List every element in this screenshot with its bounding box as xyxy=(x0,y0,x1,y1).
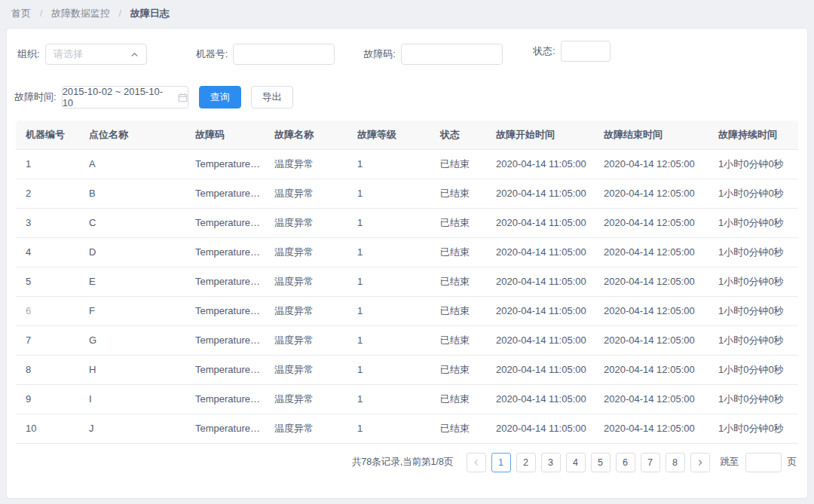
table-cell: I xyxy=(79,384,185,414)
table-cell: 2020-04-14 11:05:00 xyxy=(486,267,594,296)
table-cell: 1 xyxy=(347,384,430,414)
page-button-2[interactable]: 2 xyxy=(516,453,536,472)
table-row: 7GTemperatureAlarm温度异常1已结束2020-04-14 11:… xyxy=(16,325,798,355)
fault-code-filter-group: 故障码: xyxy=(363,44,503,65)
table-cell: 1 xyxy=(347,414,430,443)
status-filter-group: 状态: xyxy=(533,41,610,62)
table-cell: 2020-04-14 11:05:00 xyxy=(486,384,594,414)
table-row: 9ITemperatureAlarm温度异常1已结束2020-04-14 11:… xyxy=(16,384,798,414)
page-button-6[interactable]: 6 xyxy=(616,453,635,472)
filter-row-2: 故障时间: 2015-10-02 ~ 2015-10-10 查询 导出 xyxy=(7,65,807,108)
org-filter-group: 组织: 请选择 xyxy=(17,44,147,65)
table-row: 8HTemperatureAlarm温度异常1已结束2020-04-14 11:… xyxy=(16,355,798,384)
jump-to-label: 跳至 xyxy=(721,456,739,469)
table-cell: 已结束 xyxy=(430,179,486,208)
table-cell: 2020-04-14 12:05:00 xyxy=(594,414,708,443)
breadcrumb-item-home[interactable]: 首页 xyxy=(11,8,31,19)
column-header-6: 故障开始时间 xyxy=(486,121,594,149)
table-cell: 2020-04-14 11:05:00 xyxy=(486,208,594,237)
column-header-8: 故障持续时间 xyxy=(708,121,798,149)
table-row: 2BTemperatureAlarm温度异常1已结束2020-04-14 11:… xyxy=(16,179,798,208)
jump-page-suffix: 页 xyxy=(788,456,797,469)
table-cell: 1 xyxy=(347,237,430,267)
table-cell: TemperatureAlarm xyxy=(185,149,265,179)
export-button[interactable]: 导出 xyxy=(251,86,293,108)
table-cell: 已结束 xyxy=(430,267,486,296)
table-header-row: 机器编号点位名称故障码故障名称故障等级状态故障开始时间故障结束时间故障持续时间 xyxy=(16,121,798,149)
table-cell: 1 xyxy=(347,179,430,208)
table-cell: 已结束 xyxy=(430,149,486,179)
column-header-0: 机器编号 xyxy=(16,121,79,149)
org-label: 组织: xyxy=(17,47,40,61)
table-cell: 2020-04-14 11:05:00 xyxy=(486,325,594,355)
page-button-3[interactable]: 3 xyxy=(541,453,561,472)
fault-log-table: 机器编号点位名称故障码故障名称故障等级状态故障开始时间故障结束时间故障持续时间 … xyxy=(16,121,798,444)
table-cell: C xyxy=(79,208,185,237)
breadcrumb-separator: / xyxy=(119,8,122,19)
status-input[interactable] xyxy=(561,41,610,62)
jump-page-input[interactable] xyxy=(745,453,782,472)
table-cell: 已结束 xyxy=(430,296,486,325)
page-button-8[interactable]: 8 xyxy=(666,453,685,472)
table-row: 4DTemperatureAlarm温度异常1已结束2020-04-14 11:… xyxy=(16,237,798,267)
breadcrumb: 首页 / 故障数据监控 / 故障日志 xyxy=(0,0,814,20)
table-cell: 7 xyxy=(16,325,79,355)
breadcrumb-item-fault-log: 故障日志 xyxy=(130,8,170,19)
column-header-3: 故障名称 xyxy=(265,121,347,149)
table-cell: 温度异常 xyxy=(265,384,347,414)
table-cell: 1小时0分钟0秒 xyxy=(708,267,798,296)
page-button-5[interactable]: 5 xyxy=(591,453,610,472)
table-cell: 1小时0分钟0秒 xyxy=(708,296,798,325)
table-cell: 2020-04-14 12:05:00 xyxy=(594,179,708,208)
machine-no-filter-group: 机器号: xyxy=(196,44,335,65)
query-button[interactable]: 查询 xyxy=(199,86,241,108)
pagination: 共78条记录,当前第1/8页 12345678 跳至 页 xyxy=(7,453,797,472)
chevron-left-icon xyxy=(473,459,480,466)
fault-time-range-input[interactable]: 2015-10-02 ~ 2015-10-10 xyxy=(62,86,188,108)
table-cell: 已结束 xyxy=(430,355,486,384)
table-cell: 2020-04-14 11:05:00 xyxy=(486,179,594,208)
table-cell: TemperatureAlarm xyxy=(185,208,265,237)
org-select[interactable]: 请选择 xyxy=(45,44,147,65)
table-cell: 温度异常 xyxy=(265,208,347,237)
next-page-button[interactable] xyxy=(690,453,710,472)
table-cell: 1小时0分钟0秒 xyxy=(708,384,798,414)
table-cell: 2020-04-14 12:05:00 xyxy=(594,355,708,384)
table-cell: 1小时0分钟0秒 xyxy=(708,355,798,384)
table-cell: 温度异常 xyxy=(265,179,347,208)
fault-code-input[interactable] xyxy=(401,44,503,65)
table-cell: 温度异常 xyxy=(265,325,347,355)
table-cell: 已结束 xyxy=(430,384,486,414)
table-cell: 2020-04-14 12:05:00 xyxy=(594,149,708,179)
chevron-right-icon xyxy=(696,459,704,466)
table-cell: 1小时0分钟0秒 xyxy=(708,325,798,355)
org-select-placeholder: 请选择 xyxy=(54,47,83,61)
breadcrumb-item-fault-monitor[interactable]: 故障数据监控 xyxy=(51,8,110,19)
table-cell: TemperatureAlarm xyxy=(185,414,265,443)
table-cell: 2 xyxy=(16,179,79,208)
page-button-1[interactable]: 1 xyxy=(491,453,511,472)
fault-code-label: 故障码: xyxy=(363,47,396,61)
table-cell: 1小时0分钟0秒 xyxy=(708,179,798,208)
table-cell: 1小时0分钟0秒 xyxy=(708,208,798,237)
table-row: 5ETemperatureAlarm温度异常1已结束2020-04-14 11:… xyxy=(16,267,798,296)
column-header-4: 故障等级 xyxy=(347,121,430,149)
table-cell: 1 xyxy=(347,208,430,237)
table-cell: 3 xyxy=(16,208,79,237)
table-cell: 已结束 xyxy=(430,208,486,237)
table-cell: 2020-04-14 12:05:00 xyxy=(594,237,708,267)
page-button-4[interactable]: 4 xyxy=(566,453,586,472)
table-cell: 1小时0分钟0秒 xyxy=(708,149,798,179)
table-cell: 温度异常 xyxy=(265,355,347,384)
table-cell: 2020-04-14 12:05:00 xyxy=(594,267,708,296)
table-cell: B xyxy=(79,179,185,208)
table-row: 6FTemperatureAlarm温度异常1已结束2020-04-14 11:… xyxy=(16,296,798,325)
table-cell: 4 xyxy=(16,237,79,267)
table-cell: D xyxy=(79,237,185,267)
breadcrumb-separator: / xyxy=(40,8,43,19)
table-cell: 1 xyxy=(16,149,79,179)
status-label: 状态: xyxy=(533,44,555,58)
machine-no-input[interactable] xyxy=(233,44,335,65)
page-button-7[interactable]: 7 xyxy=(641,453,660,472)
prev-page-button[interactable] xyxy=(467,453,486,472)
